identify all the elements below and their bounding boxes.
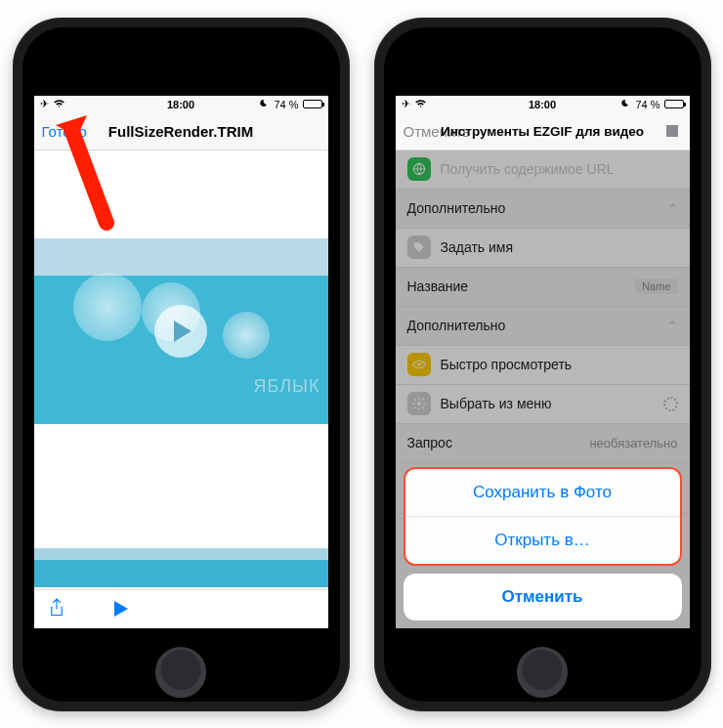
eye-icon xyxy=(407,353,431,376)
screen-right: ✈ 18:00 74 % Отменить xyxy=(396,96,690,628)
row-request[interactable]: Запрос необязательно xyxy=(396,424,690,463)
wifi-icon xyxy=(414,99,427,110)
wifi-icon xyxy=(53,99,65,110)
annotation-arrow-icon xyxy=(48,115,116,236)
svg-line-9 xyxy=(422,407,424,408)
airplane-icon: ✈ xyxy=(402,98,410,110)
battery-icon xyxy=(664,100,684,108)
row-label: Дополнительно xyxy=(407,318,658,333)
video-filmstrip[interactable] xyxy=(34,546,328,589)
placeholder-text: необязательно xyxy=(589,436,677,450)
sheet-cancel-button[interactable]: Отменить xyxy=(404,574,682,621)
home-button[interactable] xyxy=(517,647,568,698)
play-icon xyxy=(174,321,191,342)
share-icon[interactable] xyxy=(48,597,65,621)
chevron-up-icon: ⌃ xyxy=(667,319,678,333)
row-additional-2[interactable]: Дополнительно ⌃ xyxy=(396,307,690,346)
row-label: Задать имя xyxy=(441,239,678,255)
svg-point-2 xyxy=(417,363,420,365)
play-overlay-button[interactable] xyxy=(154,305,207,358)
row-label: Запрос xyxy=(407,435,580,450)
status-time: 18:00 xyxy=(167,99,194,110)
dnd-icon xyxy=(621,99,631,110)
row-label: Дополнительно xyxy=(407,200,658,216)
bottom-toolbar xyxy=(34,589,328,628)
status-time: 18:00 xyxy=(529,99,556,110)
row-additional-1[interactable]: Дополнительно ⌃ xyxy=(396,190,690,229)
play-icon[interactable] xyxy=(114,601,128,617)
action-sheet-options: Сохранить в Фото Открыть в… xyxy=(404,467,682,566)
shortcut-actions-list: Получить содержимое URL Дополнительно ⌃ … xyxy=(396,150,690,514)
tag-icon xyxy=(407,236,431,259)
row-name-field[interactable]: Название Name xyxy=(396,268,690,307)
row-set-name[interactable]: Задать имя xyxy=(396,229,690,268)
variable-badge[interactable]: Name xyxy=(635,278,677,294)
row-choose-from-menu[interactable]: Выбрать из меню xyxy=(396,385,690,424)
battery-pct: 74 % xyxy=(635,99,659,110)
status-bar: ✈ 18:00 74 % xyxy=(34,96,328,113)
row-label: Выбрать из меню xyxy=(441,396,654,411)
row-quicklook[interactable]: Быстро просмотреть xyxy=(396,346,690,385)
gear-icon xyxy=(407,392,431,415)
watermark-text: ЯБЛЫК xyxy=(253,376,319,397)
blank-area-mid xyxy=(34,424,328,546)
globe-icon xyxy=(407,157,431,181)
status-bar: ✈ 18:00 74 % xyxy=(396,96,690,113)
row-label: Получить содержимое URL xyxy=(441,161,678,177)
row-label: Название xyxy=(407,278,626,294)
phone-left: ✈ 18:00 74 % Готово xyxy=(13,18,350,711)
sheet-save-to-photos-button[interactable]: Сохранить в Фото xyxy=(405,469,680,517)
action-sheet-cancel-group: Отменить xyxy=(404,574,682,621)
dnd-icon xyxy=(260,99,270,110)
filmstrip-thumb[interactable] xyxy=(34,548,328,587)
loading-spinner-icon xyxy=(663,397,678,411)
battery-pct: 74 % xyxy=(274,99,298,110)
sheet-open-in-button[interactable]: Открыть в… xyxy=(405,517,680,564)
row-get-url-contents[interactable]: Получить содержимое URL xyxy=(396,150,690,190)
battery-icon xyxy=(303,100,322,108)
stop-icon[interactable] xyxy=(666,125,678,137)
phone-right: ✈ 18:00 74 % Отменить xyxy=(374,18,711,711)
nav-title: FullSizeRender.TRIM xyxy=(108,123,253,140)
svg-point-3 xyxy=(416,402,420,406)
video-preview[interactable]: ЯБЛЫК xyxy=(34,238,328,424)
nav-bar: Отменить Инструменты EZGIF для видео xyxy=(396,113,690,150)
svg-line-11 xyxy=(414,407,416,408)
svg-line-8 xyxy=(414,399,416,401)
svg-line-10 xyxy=(422,399,424,401)
airplane-icon: ✈ xyxy=(40,98,49,110)
chevron-up-icon: ⌃ xyxy=(667,201,678,216)
row-label: Быстро просмотреть xyxy=(441,357,678,372)
home-button[interactable] xyxy=(155,647,206,698)
action-sheet: Сохранить в Фото Открыть в… Отменить xyxy=(404,467,682,621)
nav-title: Инструменты EZGIF для видео xyxy=(441,124,644,139)
